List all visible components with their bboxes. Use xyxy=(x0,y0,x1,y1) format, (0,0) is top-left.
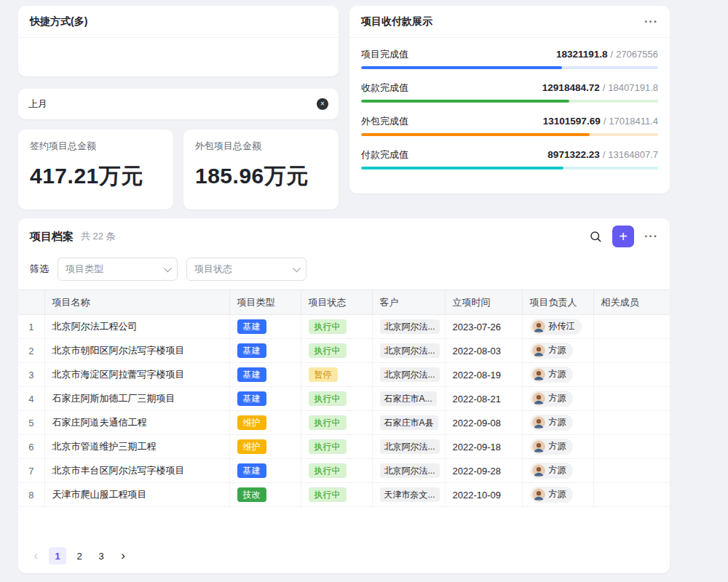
table-row[interactable]: 3 北京市海淀区阿拉蕾写字楼项目 基建 暂停 北京阿尔法... 2022-08-… xyxy=(18,363,670,387)
project-type-tag: 基建 xyxy=(237,367,266,382)
project-name-cell[interactable]: 北京阿尔法工程公司 xyxy=(44,315,229,339)
project-name-cell[interactable]: 北京市管道维护三期工程 xyxy=(44,435,229,459)
table-row[interactable]: 5 石家庄阿道夫通信工程 维护 执行中 石家庄市A县 2022-09-08 方源 xyxy=(18,411,670,435)
col-start-date[interactable]: 立项时间 xyxy=(445,290,522,315)
row-index: 5 xyxy=(18,411,44,435)
start-date-cell: 2022-09-28 xyxy=(445,459,522,483)
row-index: 1 xyxy=(18,315,44,339)
page-button-1[interactable]: 1 xyxy=(49,547,66,565)
project-status-tag: 执行中 xyxy=(309,415,347,430)
payments-card-header: 项目收付款展示 ··· xyxy=(349,6,670,38)
owner-chip: 孙传江 xyxy=(530,319,582,335)
page-button-3[interactable]: 3 xyxy=(92,547,110,565)
payments-card-body: 项目完成值 18321191.8/27067556 收款完成值 12918484… xyxy=(349,38,670,188)
customer-chip: 石家庄市A... xyxy=(380,391,437,406)
owner-name: 方源 xyxy=(549,368,566,380)
add-record-button[interactable]: + xyxy=(612,226,634,247)
page-prev-icon[interactable]: ‹ xyxy=(27,547,44,565)
col-members[interactable]: 相关成员 xyxy=(593,290,670,315)
payments-card: 项目收付款展示 ··· 项目完成值 18321191.8/27067556 收款… xyxy=(349,6,670,194)
members-cell xyxy=(593,411,670,435)
members-cell xyxy=(593,315,670,339)
customer-chip: 北京阿尔法... xyxy=(380,439,440,454)
owner-name: 孙传江 xyxy=(549,320,575,332)
table-row[interactable]: 6 北京市管道维护三期工程 维护 执行中 北京阿尔法... 2022-09-18… xyxy=(18,435,670,459)
signed-amount-label: 签约项目总金额 xyxy=(30,140,162,153)
owner-name: 方源 xyxy=(549,392,566,404)
avatar xyxy=(532,416,545,429)
clear-filter-icon[interactable]: × xyxy=(317,98,328,110)
progress-track xyxy=(361,100,658,103)
customer-chip: 北京阿尔法... xyxy=(380,367,440,382)
project-name-cell[interactable]: 石家庄阿道夫通信工程 xyxy=(44,411,229,435)
project-status-tag: 执行中 xyxy=(309,439,347,454)
progress-row: 外包完成值 13101597.69/17018411.4 xyxy=(361,115,658,136)
avatar xyxy=(532,320,545,333)
avatar xyxy=(532,488,545,501)
projects-table: 项目名称 项目类型 项目状态 客户 立项时间 项目负责人 相关成员 1 北京阿尔… xyxy=(18,290,670,507)
page-button-2[interactable]: 2 xyxy=(71,547,88,565)
archive-title: 项目档案 xyxy=(30,230,74,244)
chevron-down-icon xyxy=(293,264,301,272)
owner-name: 方源 xyxy=(549,344,566,356)
progress-row: 付款完成值 8971322.23/13164807.7 xyxy=(361,148,658,170)
outsourced-amount-label: 外包项目总金额 xyxy=(195,140,327,153)
more-icon[interactable]: ··· xyxy=(644,15,658,28)
project-name-cell[interactable]: 石家庄阿斯加德工厂三期项目 xyxy=(44,387,229,411)
project-name-cell[interactable]: 天津市爬山服工程项目 xyxy=(44,483,229,507)
project-type-tag: 基建 xyxy=(237,391,266,406)
customer-chip: 石家庄市A县 xyxy=(380,415,438,430)
outsourced-amount-value: 185.96万元 xyxy=(195,162,327,191)
project-name-cell[interactable]: 北京市海淀区阿拉蕾写字楼项目 xyxy=(44,363,229,387)
table-row[interactable]: 2 北京市朝阳区阿尔法写字楼项目 基建 执行中 北京阿尔法... 2022-08… xyxy=(18,339,670,363)
project-status-tag: 执行中 xyxy=(309,463,347,478)
row-index: 7 xyxy=(18,459,44,483)
members-cell xyxy=(593,363,670,387)
project-name-cell[interactable]: 北京市朝阳区阿尔法写字楼项目 xyxy=(44,339,229,363)
filter-label: 筛选 xyxy=(30,263,49,276)
project-status-select-value: 项目状态 xyxy=(194,263,232,276)
table-row[interactable]: 7 北京市丰台区阿尔法写字楼项目 基建 执行中 北京阿尔法... 2022-09… xyxy=(18,459,670,483)
progress-values: 13101597.69/17018411.4 xyxy=(543,116,658,127)
project-name-cell[interactable]: 北京市丰台区阿尔法写字楼项目 xyxy=(44,459,229,483)
col-owner[interactable]: 项目负责人 xyxy=(522,290,593,315)
col-index xyxy=(18,290,44,315)
col-project-status[interactable]: 项目状态 xyxy=(301,290,372,315)
table-row[interactable]: 8 天津市爬山服工程项目 技改 执行中 天津市奈文... 2022-10-09 … xyxy=(18,483,670,507)
project-status-tag: 暂停 xyxy=(309,367,338,382)
project-type-tag: 维护 xyxy=(237,415,266,430)
shortcuts-card-header: 快捷方式(多) xyxy=(18,6,339,38)
shortcuts-card-title: 快捷方式(多) xyxy=(30,15,87,28)
owner-chip: 方源 xyxy=(530,415,573,431)
progress-fill xyxy=(361,133,590,136)
more-icon[interactable]: ··· xyxy=(644,230,658,243)
project-archive-card: 项目档案 共 22 条 + ··· 筛选 项目类型 项目状态 xyxy=(18,218,670,573)
table-row[interactable]: 4 石家庄阿斯加德工厂三期项目 基建 执行中 石家庄市A... 2022-08-… xyxy=(18,387,670,411)
table-row[interactable]: 1 北京阿尔法工程公司 基建 执行中 北京阿尔法... 2023-07-26 孙… xyxy=(18,315,670,339)
search-icon[interactable] xyxy=(589,230,602,243)
progress-label: 外包完成值 xyxy=(361,115,408,128)
project-status-select[interactable]: 项目状态 xyxy=(186,258,306,281)
page-next-icon[interactable]: › xyxy=(114,547,132,565)
month-filter-bar[interactable]: 上月 × xyxy=(18,89,339,119)
table-header-row: 项目名称 项目类型 项目状态 客户 立项时间 项目负责人 相关成员 xyxy=(18,290,670,315)
owner-chip: 方源 xyxy=(530,487,573,503)
progress-values: 18321191.8/27067556 xyxy=(556,49,658,60)
col-customer[interactable]: 客户 xyxy=(372,290,445,315)
row-index: 8 xyxy=(18,483,44,507)
project-type-tag: 技改 xyxy=(237,487,266,502)
avatar xyxy=(532,368,545,381)
progress-label: 收款完成值 xyxy=(361,81,408,95)
project-type-tag: 维护 xyxy=(237,439,266,454)
chevron-down-icon xyxy=(164,264,172,272)
col-project-type[interactable]: 项目类型 xyxy=(229,290,301,315)
customer-chip: 北京阿尔法... xyxy=(380,319,440,334)
start-date-cell: 2022-09-08 xyxy=(445,411,522,435)
avatar xyxy=(532,392,545,405)
col-project-name[interactable]: 项目名称 xyxy=(44,290,229,315)
row-index: 4 xyxy=(18,387,44,411)
project-type-select[interactable]: 项目类型 xyxy=(58,258,178,281)
shortcuts-card: 快捷方式(多) xyxy=(18,6,339,76)
row-index: 3 xyxy=(18,363,44,387)
project-type-tag: 基建 xyxy=(237,319,266,334)
